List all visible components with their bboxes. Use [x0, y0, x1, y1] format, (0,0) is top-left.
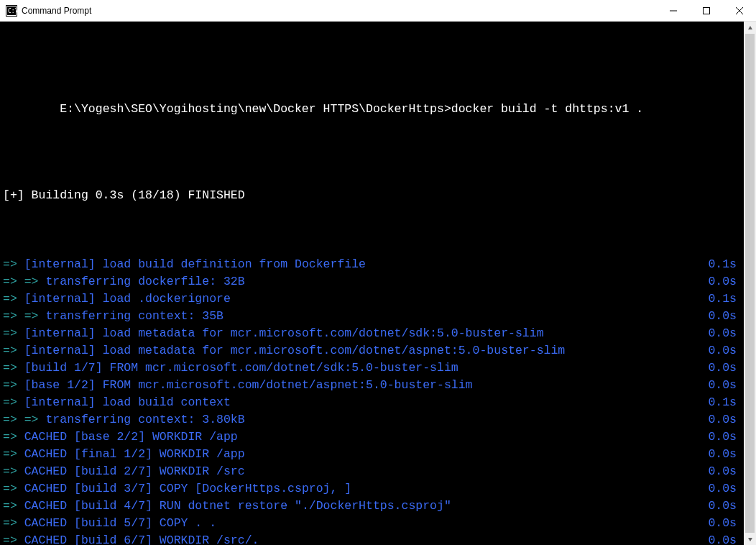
build-step-line: => [internal] load build definition from… [3, 256, 741, 273]
arrow-icon: => [3, 499, 24, 513]
arrow-icon: => [3, 378, 24, 392]
arrow-icon: => [3, 326, 24, 340]
build-step-line: => CACHED [build 6/7] WORKDIR /src/.0.0s [3, 532, 741, 545]
step-time: 0.0s [708, 429, 741, 446]
build-step-line: => CACHED [build 2/7] WORKDIR /src0.0s [3, 463, 741, 480]
svg-text:C:\: C:\ [8, 8, 17, 14]
step-text: [internal] load .dockerignore [24, 292, 231, 306]
arrow-icon: => [3, 430, 24, 444]
step-time: 0.0s [708, 515, 741, 532]
step-text: transferring context: 35B [45, 309, 223, 323]
step-text: CACHED [build 6/7] WORKDIR /src/. [24, 533, 259, 545]
build-header-line: [+] Building 0.3s (18/18) FINISHED [3, 187, 741, 204]
step-text: [base 1/2] FROM mcr.microsoft.com/dotnet… [24, 378, 473, 392]
build-step-line: => CACHED [base 2/2] WORKDIR /app0.0s [3, 429, 741, 446]
command-text: docker build -t dhttps:v1 . [451, 102, 643, 116]
svg-marker-8 [748, 26, 752, 29]
svg-marker-9 [748, 538, 752, 541]
arrow-icon: => [3, 516, 24, 530]
step-time: 0.1s [708, 256, 741, 273]
svg-rect-5 [704, 7, 710, 14]
step-text: [build 1/7] FROM mcr.microsoft.com/dotne… [24, 361, 458, 375]
build-step-line: => CACHED [build 4/7] RUN dotnet restore… [3, 498, 741, 515]
step-time: 0.0s [708, 463, 741, 480]
build-step-line: => => transferring dockerfile: 32B0.0s [3, 273, 741, 290]
step-time: 0.0s [708, 446, 741, 463]
build-step-line: => [base 1/2] FROM mcr.microsoft.com/dot… [3, 377, 741, 394]
step-text: [internal] load metadata for mcr.microso… [24, 326, 544, 340]
scroll-track[interactable] [744, 34, 756, 533]
terminal-wrap: E:\Yogesh\SEO\Yogihosting\new\Docker HTT… [0, 22, 756, 545]
build-step-line: => CACHED [build 3/7] COPY [DockerHttps.… [3, 480, 741, 498]
step-text: CACHED [build 5/7] COPY . . [24, 516, 216, 530]
titlebar: C:\ Command Prompt [0, 0, 756, 22]
arrow-icon: => [3, 344, 24, 357]
step-text: CACHED [build 4/7] RUN dotnet restore ".… [24, 499, 451, 513]
window-title: Command Prompt [22, 6, 657, 16]
terminal-output[interactable]: E:\Yogesh\SEO\Yogihosting\new\Docker HTT… [0, 22, 744, 545]
build-step-line: => => transferring context: 3.80kB0.0s [3, 411, 741, 429]
arrow-icon: => => [3, 309, 45, 323]
step-time: 0.0s [708, 342, 741, 359]
step-time: 0.0s [708, 273, 741, 290]
arrow-icon: => => [3, 275, 45, 288]
arrow-icon: => [3, 464, 24, 478]
step-text: CACHED [build 2/7] WORKDIR /src [24, 464, 245, 478]
step-time: 0.0s [708, 498, 741, 515]
prompt-line: E:\Yogesh\SEO\Yogihosting\new\Docker HTT… [3, 83, 741, 135]
close-button[interactable] [723, 0, 756, 21]
build-step-line: => CACHED [build 5/7] COPY . .0.0s [3, 515, 741, 532]
step-time: 0.0s [708, 532, 741, 545]
step-text: CACHED [build 3/7] COPY [DockerHttps.csp… [24, 482, 351, 495]
arrow-icon: => [3, 292, 24, 306]
arrow-icon: => [3, 257, 24, 271]
step-text: [internal] load metadata for mcr.microso… [24, 344, 566, 357]
build-step-line: => [internal] load .dockerignore0.1s [3, 290, 741, 308]
arrow-icon: => [3, 447, 24, 461]
cmd-icon: C:\ [6, 5, 17, 17]
step-time: 0.1s [708, 394, 741, 411]
step-text: CACHED [base 2/2] WORKDIR /app [24, 430, 238, 444]
build-step-line: => CACHED [final 1/2] WORKDIR /app0.0s [3, 446, 741, 463]
scroll-thumb[interactable] [745, 34, 755, 533]
arrow-icon: => => [3, 413, 45, 426]
build-step-line: => => transferring context: 35B0.0s [3, 308, 741, 325]
build-step-line: => [internal] load metadata for mcr.micr… [3, 342, 741, 359]
scroll-down-arrow[interactable] [744, 533, 756, 545]
build-step-line: => [internal] load metadata for mcr.micr… [3, 325, 741, 342]
step-text: transferring dockerfile: 32B [45, 275, 244, 288]
arrow-icon: => [3, 482, 24, 495]
build-step-line: => [build 1/7] FROM mcr.microsoft.com/do… [3, 359, 741, 377]
scrollbar[interactable] [744, 22, 756, 545]
prompt-path: E:\Yogesh\SEO\Yogihosting\new\Docker HTT… [60, 102, 451, 116]
arrow-icon: => [3, 395, 24, 409]
arrow-icon: => [3, 361, 24, 375]
minimize-button[interactable] [657, 0, 690, 21]
maximize-button[interactable] [690, 0, 723, 21]
step-text: transferring context: 3.80kB [45, 413, 244, 426]
step-time: 0.0s [708, 325, 741, 342]
arrow-icon: => [3, 533, 24, 545]
step-text: CACHED [final 1/2] WORKDIR /app [24, 447, 245, 461]
scroll-up-arrow[interactable] [744, 22, 756, 34]
step-time: 0.0s [708, 377, 741, 394]
step-time: 0.0s [708, 308, 741, 325]
build-steps: => [internal] load build definition from… [3, 256, 741, 545]
build-step-line: => [internal] load build context0.1s [3, 394, 741, 411]
step-text: [internal] load build context [24, 395, 231, 409]
step-time: 0.1s [708, 290, 741, 308]
step-text: [internal] load build definition from Do… [24, 257, 366, 271]
step-time: 0.0s [708, 411, 741, 429]
step-time: 0.0s [708, 480, 741, 498]
step-time: 0.0s [708, 359, 741, 377]
window-controls [657, 0, 756, 21]
build-header: [+] Building 0.3s (18/18) FINISHED [3, 187, 245, 204]
